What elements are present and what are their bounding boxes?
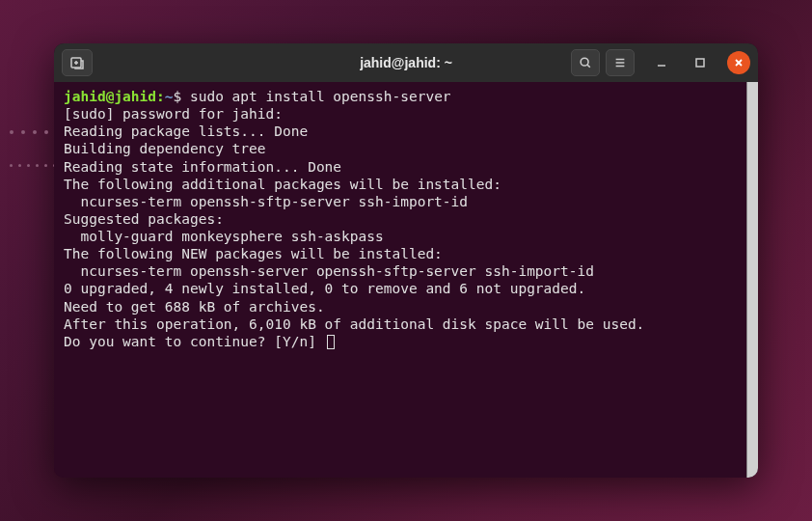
- minimize-icon: [656, 57, 667, 69]
- prompt-line: jahid@jahid:~$ sudo apt install openssh-…: [64, 88, 748, 105]
- terminal-body[interactable]: jahid@jahid:~$ sudo apt install openssh-…: [54, 82, 758, 478]
- output-line: Reading package lists... Done: [64, 123, 748, 140]
- output-line: The following NEW packages will be insta…: [64, 245, 748, 262]
- new-tab-button[interactable]: [62, 49, 93, 76]
- output-line: The following additional packages will b…: [64, 176, 748, 193]
- svg-rect-2: [696, 59, 704, 67]
- maximize-button[interactable]: [689, 51, 712, 74]
- hamburger-icon: [613, 56, 627, 69]
- output-line: ncurses-term openssh-sftp-server ssh-imp…: [64, 193, 748, 210]
- terminal-window: jahid@jahid: ~: [54, 43, 758, 478]
- desktop-decoration: [10, 130, 60, 134]
- desktop-decoration: [10, 164, 56, 167]
- output-line: After this operation, 6,010 kB of additi…: [64, 315, 748, 333]
- output-line: Need to get 688 kB of archives.: [64, 298, 748, 315]
- svg-point-1: [581, 58, 588, 66]
- minimize-button[interactable]: [650, 51, 673, 74]
- scrollbar[interactable]: [746, 82, 758, 478]
- output-line: Reading state information... Done: [64, 158, 748, 176]
- close-icon: [734, 58, 744, 68]
- output-line: molly-guard monkeysphere ssh-askpass: [64, 228, 748, 245]
- menu-button[interactable]: [606, 49, 635, 76]
- cursor: [327, 335, 335, 349]
- command-text: sudo apt install openssh-server: [190, 89, 451, 104]
- window-title: jahid@jahid: ~: [360, 55, 452, 70]
- titlebar[interactable]: jahid@jahid: ~: [54, 43, 758, 82]
- output-line: Do you want to continue? [Y/n]: [64, 333, 748, 350]
- output-line: Suggested packages:: [64, 210, 748, 228]
- prompt-path: ~: [165, 89, 174, 104]
- search-button[interactable]: [571, 49, 600, 76]
- output-line: Building dependency tree: [64, 140, 748, 157]
- search-icon: [579, 56, 592, 69]
- output-line: 0 upgraded, 4 newly installed, 0 to remo…: [64, 280, 748, 297]
- prompt-symbol: $: [174, 89, 182, 104]
- output-line: [sudo] password for jahid:: [64, 105, 748, 123]
- output-line: ncurses-term openssh-server openssh-sftp…: [64, 262, 748, 280]
- new-tab-icon: [69, 55, 85, 70]
- close-button[interactable]: [727, 51, 750, 74]
- prompt-user-host: jahid@jahid: [64, 89, 156, 104]
- maximize-icon: [694, 57, 706, 69]
